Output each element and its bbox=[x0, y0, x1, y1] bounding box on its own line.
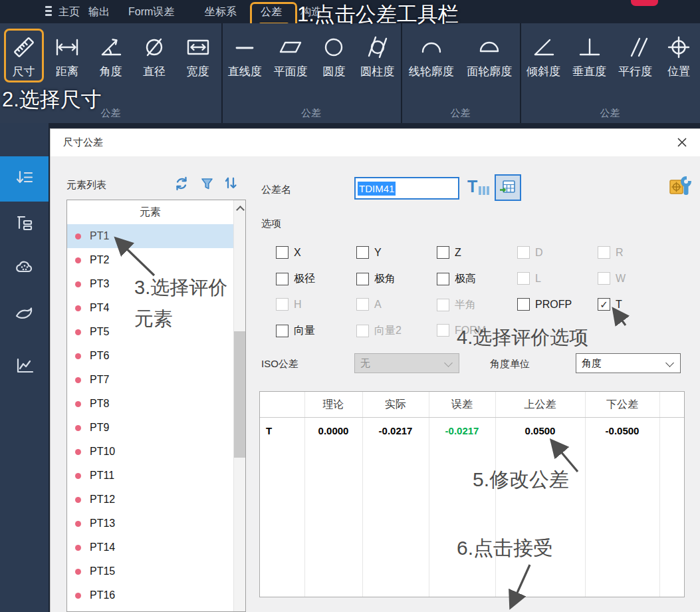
angle-icon bbox=[96, 34, 126, 61]
ribbon-button-line-profile[interactable]: 线轮廓度 bbox=[404, 29, 459, 82]
element-list-item-pt1[interactable]: PT1 bbox=[67, 224, 233, 248]
checkbox-box[interactable] bbox=[517, 298, 530, 311]
refresh-icon[interactable] bbox=[174, 176, 189, 194]
scrollbar-up-icon[interactable] bbox=[236, 206, 245, 214]
dialog-title-bar[interactable] bbox=[50, 128, 700, 156]
element-list-scrollbar[interactable] bbox=[233, 200, 245, 611]
checkbox-t[interactable]: ✓T bbox=[598, 298, 622, 311]
tolerance-template-icon[interactable]: T bbox=[467, 178, 489, 195]
close-icon[interactable] bbox=[677, 137, 687, 148]
table-value-cell[interactable]: 0.0000 bbox=[304, 423, 362, 439]
element-list-item-pt15[interactable]: PT15 bbox=[67, 559, 233, 583]
element-listbox[interactable]: 元素 PT1PT2PT3PT4PT5PT6PT7PT8PT9PT10PT11PT… bbox=[66, 200, 246, 612]
side-rail-item-sequence-list[interactable] bbox=[14, 168, 35, 189]
menu-item-4[interactable]: 坐标系 bbox=[205, 0, 237, 23]
element-list-item-pt11[interactable]: PT11 bbox=[67, 464, 233, 488]
ribbon-button-label: 距离 bbox=[56, 64, 78, 79]
checkbox-极高[interactable]: 极高 bbox=[437, 272, 476, 286]
ribbon-button-surface-profile[interactable]: 面轮廓度 bbox=[461, 29, 517, 82]
ribbon-button-label: 平面度 bbox=[274, 64, 308, 79]
table-value-cell[interactable]: -0.0217 bbox=[362, 423, 429, 439]
ribbon-button-angle[interactable]: 角度 bbox=[91, 29, 131, 82]
checkbox-向量[interactable]: 向量 bbox=[276, 324, 315, 338]
element-list-item-pt8[interactable]: PT8 bbox=[67, 392, 233, 416]
checkbox-z[interactable]: Z bbox=[437, 246, 461, 259]
checkbox-box[interactable] bbox=[276, 246, 289, 259]
ribbon-button-flatness[interactable]: 平面度 bbox=[269, 29, 313, 82]
checkbox-box[interactable] bbox=[356, 273, 369, 285]
ribbon-button-position[interactable]: 位置 bbox=[659, 29, 699, 82]
table-value-cell[interactable]: -0.0500 bbox=[585, 423, 659, 439]
ribbon-button-perpendicularity[interactable]: 垂直度 bbox=[567, 29, 612, 82]
scrollbar-thumb[interactable] bbox=[234, 331, 245, 458]
element-dot-icon bbox=[75, 473, 81, 479]
tolerance-settings-icon[interactable] bbox=[669, 175, 694, 202]
ribbon-button-cylindricity[interactable]: 圆柱度 bbox=[355, 29, 400, 82]
checkbox-box[interactable] bbox=[437, 273, 449, 285]
element-list-item-pt2[interactable]: PT2 bbox=[67, 248, 233, 272]
element-list-item-label: PT14 bbox=[90, 541, 115, 553]
element-list-item-pt7[interactable]: PT7 bbox=[67, 368, 233, 392]
ribbon-button-roundness[interactable]: 圆度 bbox=[314, 29, 354, 82]
checkbox-box[interactable] bbox=[356, 246, 369, 259]
checkbox-label: A bbox=[374, 299, 382, 311]
ribbon-button-label: 直线度 bbox=[228, 64, 262, 79]
menu-item-1[interactable]: 主页 bbox=[58, 0, 80, 23]
table-value-cell[interactable]: 0.0500 bbox=[495, 423, 585, 439]
iso-tolerance-value: 无 bbox=[360, 357, 370, 369]
element-list-item-pt13[interactable]: PT13 bbox=[67, 512, 233, 536]
element-list-item-label: PT4 bbox=[90, 302, 109, 314]
checkbox-box bbox=[437, 299, 449, 311]
checkbox-极角[interactable]: 极角 bbox=[356, 272, 396, 286]
element-list-item-pt12[interactable]: PT12 bbox=[67, 488, 233, 512]
red-overlay-fragment bbox=[631, 0, 658, 6]
table-value-cell[interactable]: -0.0217 bbox=[429, 423, 495, 439]
menu-item-2[interactable]: 输出 bbox=[88, 0, 110, 23]
sort-icon[interactable] bbox=[223, 176, 238, 193]
ribbon-button-straightness[interactable]: 直线度 bbox=[223, 29, 267, 82]
ribbon-button-angularity[interactable]: 倾斜度 bbox=[521, 29, 566, 82]
send-to-report-button[interactable] bbox=[495, 174, 521, 201]
side-rail-item-point-cloud[interactable] bbox=[14, 257, 35, 278]
checkbox-box[interactable] bbox=[276, 325, 289, 337]
checkbox-x[interactable]: X bbox=[276, 246, 301, 259]
checkbox-box bbox=[356, 325, 369, 337]
element-list-item-label: PT2 bbox=[90, 254, 109, 266]
checkbox-box bbox=[517, 272, 530, 285]
perpendicularity-icon bbox=[575, 34, 604, 61]
element-list-item-label: PT15 bbox=[90, 565, 115, 577]
element-list-item-pt9[interactable]: PT9 bbox=[67, 416, 233, 440]
menu-dots-icon[interactable] bbox=[45, 6, 53, 18]
element-list-item-pt14[interactable]: PT14 bbox=[67, 536, 233, 559]
checkbox-label: H bbox=[294, 299, 302, 311]
checkbox-极径[interactable]: 极径 bbox=[276, 272, 315, 286]
ribbon-button-ruler[interactable]: 尺寸 bbox=[4, 29, 44, 82]
ribbon-button-width[interactable]: 宽度 bbox=[178, 29, 218, 82]
element-list-item-label: PT6 bbox=[90, 350, 109, 362]
filter-icon[interactable] bbox=[200, 177, 214, 194]
result-table[interactable]: 理论实际误差上公差下公差T0.0000-0.0217-0.02170.0500-… bbox=[259, 391, 685, 597]
element-list-item-pt10[interactable]: PT10 bbox=[67, 440, 233, 464]
ribbon-button-distance[interactable]: 距离 bbox=[47, 29, 87, 82]
table-row-label[interactable]: T bbox=[260, 423, 304, 439]
element-list-item-pt16[interactable]: PT16 bbox=[67, 583, 233, 607]
ribbon-button-label: 尺寸 bbox=[13, 64, 35, 79]
checkbox-box[interactable] bbox=[276, 273, 289, 285]
element-list-item-pt6[interactable]: PT6 bbox=[67, 344, 233, 368]
checkbox-y[interactable]: Y bbox=[356, 246, 382, 259]
side-rail-item-chart[interactable] bbox=[14, 355, 35, 376]
angle-unit-select[interactable]: 角度 bbox=[576, 353, 681, 373]
tolerance-name-input[interactable]: TDIM41 bbox=[354, 177, 459, 200]
ribbon-button-diameter[interactable]: 直径 bbox=[134, 29, 174, 82]
ribbon-button-parallelism[interactable]: 平行度 bbox=[613, 29, 657, 82]
checkbox-box[interactable]: ✓ bbox=[598, 298, 610, 311]
side-rail-item-surface[interactable] bbox=[14, 303, 35, 324]
checkbox-box[interactable] bbox=[437, 246, 449, 259]
checkbox-profp[interactable]: PROFP bbox=[517, 298, 572, 311]
menu-item-3[interactable]: Form误差 bbox=[128, 0, 174, 23]
side-rail-item-tree[interactable] bbox=[14, 213, 35, 233]
checkbox-半角: 半角 bbox=[437, 298, 476, 312]
element-list-item-label: PT13 bbox=[90, 518, 115, 530]
ribbon-button-label: 线轮廓度 bbox=[409, 64, 454, 79]
angle-unit-value: 角度 bbox=[582, 357, 602, 369]
